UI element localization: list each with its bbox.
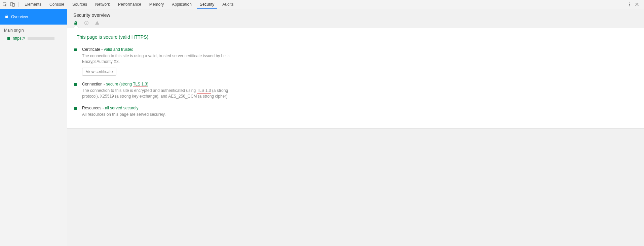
secure-square-icon xyxy=(74,48,77,51)
tab-audits[interactable]: Audits xyxy=(218,0,237,9)
svg-point-8 xyxy=(86,22,87,22)
inspect-icon[interactable] xyxy=(1,1,9,8)
view-certificate-button[interactable]: View certificate xyxy=(82,68,116,76)
conn-title-prefix: Connection - xyxy=(82,82,106,86)
page-title: Security overview xyxy=(67,9,644,20)
cert-title-status: valid and trusted xyxy=(104,47,134,52)
devtools-tabbar: Elements Console Sources Network Perform… xyxy=(0,0,644,9)
sidebar-section-label: Main origin xyxy=(0,25,67,35)
certificate-block: Certificate - valid and trusted The conn… xyxy=(67,44,309,79)
secure-square-icon xyxy=(74,83,77,86)
warning-icon xyxy=(95,21,100,25)
sidebar-origin-item[interactable]: https:// xyxy=(0,35,67,42)
connection-desc: The connection to this site is encrypted… xyxy=(82,88,230,100)
tab-application[interactable]: Application xyxy=(168,0,196,9)
conn-title-status: secure (strong TLS 1.3) xyxy=(106,82,148,87)
tab-security[interactable]: Security xyxy=(196,0,218,9)
lock-icon xyxy=(73,21,78,25)
secure-square-icon xyxy=(74,107,77,110)
resources-block: Resources - all served securely All reso… xyxy=(67,103,309,121)
more-icon[interactable] xyxy=(626,1,633,8)
origin-url-prefix: https:// xyxy=(13,36,25,41)
tab-memory[interactable]: Memory xyxy=(145,0,168,9)
resources-desc: All resources on this page are served se… xyxy=(82,112,230,117)
origin-url-redacted xyxy=(28,37,54,40)
separator xyxy=(623,1,623,7)
separator xyxy=(18,2,18,7)
resources-title: Resources - all served securely xyxy=(82,106,303,110)
info-icon xyxy=(84,21,89,25)
security-main: Security overview This page is secure (v… xyxy=(67,9,644,246)
tab-network[interactable]: Network xyxy=(91,0,114,9)
workspace: Overview Main origin https:// Security o… xyxy=(0,9,644,246)
secure-square-icon xyxy=(7,37,10,40)
device-toggle-icon[interactable] xyxy=(9,1,16,8)
devtools-tabs: Elements Console Sources Network Perform… xyxy=(21,0,238,9)
tab-elements[interactable]: Elements xyxy=(21,0,45,9)
security-indicator-row xyxy=(67,20,644,28)
tab-sources[interactable]: Sources xyxy=(68,0,91,9)
connection-block: Connection - secure (strong TLS 1.3) The… xyxy=(67,79,309,103)
tab-performance[interactable]: Performance xyxy=(114,0,145,9)
svg-point-3 xyxy=(629,2,630,3)
res-title-prefix: Resources - xyxy=(82,106,105,110)
security-headline: This page is secure (valid HTTPS). xyxy=(67,32,644,44)
svg-rect-2 xyxy=(12,3,14,6)
close-icon[interactable] xyxy=(633,1,641,8)
security-content-panel: This page is secure (valid HTTPS). Certi… xyxy=(67,28,644,129)
svg-point-4 xyxy=(629,4,630,5)
connection-title: Connection - secure (strong TLS 1.3) xyxy=(82,82,303,86)
res-title-status: all served securely xyxy=(105,106,138,110)
sidebar-overview[interactable]: Overview xyxy=(0,9,67,25)
security-sidebar: Overview Main origin https:// xyxy=(0,9,67,246)
certificate-title: Certificate - valid and trusted xyxy=(82,47,303,52)
svg-point-5 xyxy=(629,5,630,6)
lock-icon xyxy=(5,14,8,19)
tab-console[interactable]: Console xyxy=(45,0,68,9)
cert-title-prefix: Certificate - xyxy=(82,47,104,52)
sidebar-overview-label: Overview xyxy=(11,14,28,19)
certificate-desc: The connection to this site is using a v… xyxy=(82,53,230,65)
